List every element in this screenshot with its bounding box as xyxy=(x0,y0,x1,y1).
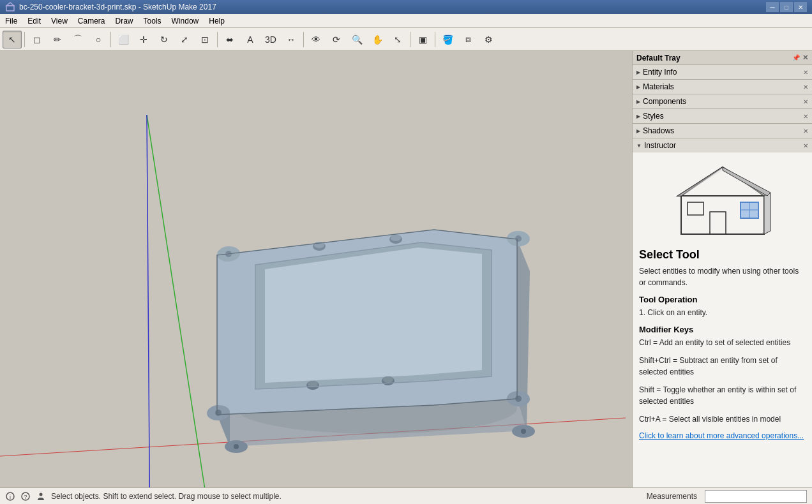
shadows-label: Shadows xyxy=(643,126,674,135)
tool-title: Select Tool xyxy=(639,248,806,262)
svg-point-46 xyxy=(40,493,43,496)
menu-item-edit[interactable]: Edit xyxy=(22,14,46,27)
menu-item-view[interactable]: View xyxy=(46,14,73,27)
instructor-section: ▼ Instructor ✕ xyxy=(633,138,812,487)
toolbar-separator-1 xyxy=(110,32,111,47)
entity-info-triangle: ▶ xyxy=(636,70,640,75)
component-tool-button[interactable]: ⧈ xyxy=(458,31,477,48)
svg-marker-30 xyxy=(678,167,767,234)
instructor-label: Instructor xyxy=(644,141,676,150)
info-icon[interactable]: i xyxy=(5,491,15,501)
entity-info-header[interactable]: ▶ Entity Info ✕ xyxy=(633,65,812,79)
title-bar: bc-250-cooler-bracket-3d-print.skp - Ske… xyxy=(0,0,812,14)
close-button[interactable]: ✕ xyxy=(794,2,807,12)
instructor-triangle: ▼ xyxy=(636,143,642,149)
svg-rect-34 xyxy=(710,212,726,234)
instructor-close[interactable]: ✕ xyxy=(803,142,808,149)
instructor-header[interactable]: ▼ Instructor ✕ xyxy=(633,138,812,152)
menu-item-draw[interactable]: Draw xyxy=(110,14,139,27)
svg-point-12 xyxy=(515,235,522,242)
dynamic-tool-button[interactable]: ⚙ xyxy=(479,31,498,48)
minimize-button[interactable]: ─ xyxy=(766,2,779,12)
circle-tool-button[interactable]: ○ xyxy=(89,31,108,48)
canvas-area[interactable]: ENT30°6°CTR671.m906.mCTR48°2°DAM5570.040… xyxy=(0,51,632,487)
pencil-tool-button[interactable]: ✏ xyxy=(48,31,67,48)
shadows-section: ▶ Shadows ✕ xyxy=(633,124,812,138)
svg-marker-39 xyxy=(678,167,767,196)
question-icon[interactable]: ? xyxy=(20,491,31,501)
components-section: ▶ Components ✕ xyxy=(633,94,812,109)
shadows-header[interactable]: ▶ Shadows ✕ xyxy=(633,124,812,138)
components-label: Components xyxy=(643,97,686,106)
tray-pin-button[interactable]: 📌 xyxy=(792,54,800,61)
svg-marker-1 xyxy=(6,3,14,6)
svg-marker-41 xyxy=(723,167,771,196)
tray-close-button[interactable]: ✕ xyxy=(802,54,808,62)
walk-tool-button[interactable]: 👁 xyxy=(306,31,326,48)
menu-bar: FileEditViewCameraDrawToolsWindowHelp xyxy=(0,14,812,28)
scale-tool-button[interactable]: ⤢ xyxy=(175,31,194,48)
offset-tool-button[interactable]: ⊡ xyxy=(195,31,214,48)
title-area: bc-250-cooler-bracket-3d-print.skp - Ske… xyxy=(5,2,216,12)
paint-tool-button[interactable]: 🪣 xyxy=(438,31,457,48)
text-tool-button[interactable]: A xyxy=(241,31,260,48)
shadows-close[interactable]: ✕ xyxy=(803,128,808,135)
menu-item-tools[interactable]: Tools xyxy=(139,14,167,27)
zoom-tool-button[interactable]: 🔍 xyxy=(347,31,366,48)
svg-point-24 xyxy=(383,376,393,383)
svg-marker-40 xyxy=(764,193,771,234)
toolbar-separator-3 xyxy=(303,32,304,47)
3d-text-tool-button[interactable]: 3D xyxy=(261,31,280,48)
styles-header[interactable]: ▶ Styles ✕ xyxy=(633,109,812,123)
svg-point-28 xyxy=(521,429,526,434)
svg-rect-35 xyxy=(688,202,703,215)
entity-info-close[interactable]: ✕ xyxy=(803,69,808,76)
svg-text:?: ? xyxy=(24,494,27,500)
default-tray-header: Default Tray 📌 ✕ xyxy=(633,51,812,65)
arc-tool-button[interactable]: ⌒ xyxy=(68,31,87,48)
measurements-area: Measurements xyxy=(642,490,807,503)
dim-tool-button[interactable]: ↔ xyxy=(282,31,301,48)
materials-close[interactable]: ✕ xyxy=(803,84,808,91)
right-panel: Default Tray 📌 ✕ ▶ Entity Info ✕ ▶ Mater… xyxy=(632,51,812,487)
menu-item-window[interactable]: Window xyxy=(167,14,204,27)
toolbar-separator-4 xyxy=(410,32,410,47)
components-triangle: ▶ xyxy=(636,99,640,105)
menu-item-camera[interactable]: Camera xyxy=(73,14,110,27)
push-pull-tool-button[interactable]: ⬜ xyxy=(114,31,133,48)
measurements-input[interactable] xyxy=(705,490,807,503)
svg-point-26 xyxy=(234,444,239,449)
window-title: bc-250-cooler-bracket-3d-print.skp - Ske… xyxy=(19,3,216,11)
zoom-extents-tool-button[interactable]: ⤡ xyxy=(388,31,407,48)
styles-label: Styles xyxy=(643,112,664,121)
main-area: ENT30°6°CTR671.m906.mCTR48°2°DAM5570.040… xyxy=(0,51,812,487)
advanced-operations-link[interactable]: Click to learn about more advanced opera… xyxy=(639,431,806,440)
orbit-tool-button[interactable]: ⟳ xyxy=(327,31,346,48)
section-tool-button[interactable]: ▣ xyxy=(413,31,432,48)
instructor-content: Select Tool Select entities to modify wh… xyxy=(633,152,812,487)
styles-close[interactable]: ✕ xyxy=(803,113,808,120)
components-header[interactable]: ▶ Components ✕ xyxy=(633,94,812,108)
components-close[interactable]: ✕ xyxy=(803,98,808,105)
move-tool-button[interactable]: ✛ xyxy=(134,31,153,48)
entity-info-label: Entity Info xyxy=(643,68,677,77)
person-icon[interactable] xyxy=(36,491,46,501)
materials-header[interactable]: ▶ Materials ✕ xyxy=(633,80,812,94)
toolbar-separator-5 xyxy=(435,32,435,47)
select-tool-button[interactable]: ↖ xyxy=(3,31,22,48)
tool-description: Select entities to modify when using oth… xyxy=(639,265,806,288)
svg-text:i: i xyxy=(10,494,11,500)
rotate-tool-button[interactable]: ↻ xyxy=(154,31,174,48)
status-bar: i ? Select objects. Shift to extend sele… xyxy=(0,487,812,504)
pan-tool-button[interactable]: ✋ xyxy=(368,31,387,48)
app-icon xyxy=(5,2,15,12)
styles-triangle: ▶ xyxy=(636,114,640,119)
tape-tool-button[interactable]: ⬌ xyxy=(220,31,239,48)
materials-triangle: ▶ xyxy=(636,84,640,90)
tray-title: Default Tray xyxy=(636,54,680,63)
menu-item-file[interactable]: File xyxy=(0,14,22,27)
maximize-button[interactable]: □ xyxy=(780,2,793,12)
menu-item-help[interactable]: Help xyxy=(204,14,230,27)
eraser-tool-button[interactable]: ◻ xyxy=(27,31,47,48)
modifier-ctrl: Ctrl = Add an entity to set of selected … xyxy=(639,337,806,348)
